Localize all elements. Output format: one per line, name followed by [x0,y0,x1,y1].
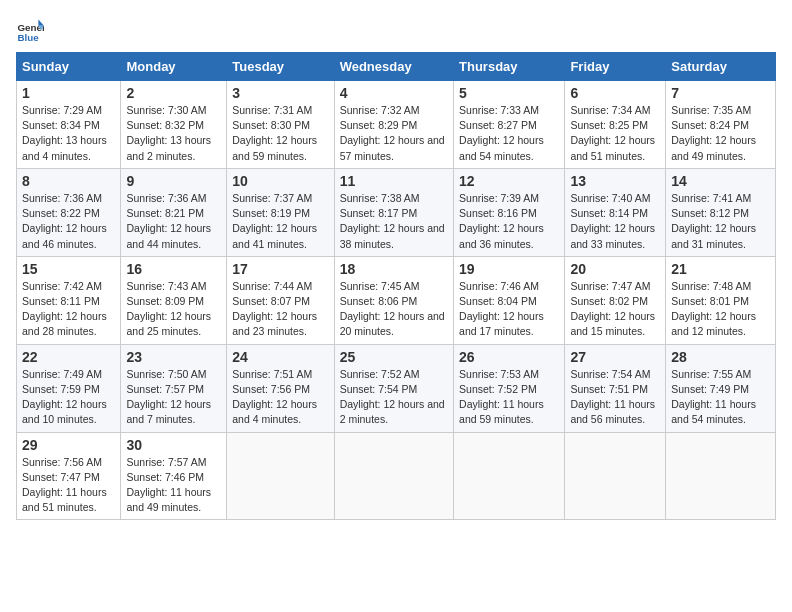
day-number: 13 [570,173,660,189]
day-number: 29 [22,437,115,453]
day-info: Sunrise: 7:51 AM Sunset: 7:56 PM Dayligh… [232,367,328,428]
day-info: Sunrise: 7:42 AM Sunset: 8:11 PM Dayligh… [22,279,115,340]
col-header-tuesday: Tuesday [227,53,334,81]
day-info: Sunrise: 7:52 AM Sunset: 7:54 PM Dayligh… [340,367,448,428]
day-info: Sunrise: 7:57 AM Sunset: 7:46 PM Dayligh… [126,455,221,516]
day-info: Sunrise: 7:56 AM Sunset: 7:47 PM Dayligh… [22,455,115,516]
day-info: Sunrise: 7:33 AM Sunset: 8:27 PM Dayligh… [459,103,559,164]
col-header-thursday: Thursday [454,53,565,81]
col-header-monday: Monday [121,53,227,81]
day-info: Sunrise: 7:35 AM Sunset: 8:24 PM Dayligh… [671,103,770,164]
calendar-cell: 27 Sunrise: 7:54 AM Sunset: 7:51 PM Dayl… [565,344,666,432]
day-info: Sunrise: 7:29 AM Sunset: 8:34 PM Dayligh… [22,103,115,164]
day-number: 5 [459,85,559,101]
day-number: 18 [340,261,448,277]
calendar-cell: 13 Sunrise: 7:40 AM Sunset: 8:14 PM Dayl… [565,168,666,256]
day-info: Sunrise: 7:44 AM Sunset: 8:07 PM Dayligh… [232,279,328,340]
calendar-cell: 8 Sunrise: 7:36 AM Sunset: 8:22 PM Dayli… [17,168,121,256]
day-number: 23 [126,349,221,365]
day-info: Sunrise: 7:39 AM Sunset: 8:16 PM Dayligh… [459,191,559,252]
day-number: 3 [232,85,328,101]
day-number: 30 [126,437,221,453]
calendar-row: 1 Sunrise: 7:29 AM Sunset: 8:34 PM Dayli… [17,81,776,169]
day-info: Sunrise: 7:55 AM Sunset: 7:49 PM Dayligh… [671,367,770,428]
calendar-cell: 12 Sunrise: 7:39 AM Sunset: 8:16 PM Dayl… [454,168,565,256]
day-number: 26 [459,349,559,365]
day-info: Sunrise: 7:47 AM Sunset: 8:02 PM Dayligh… [570,279,660,340]
day-number: 10 [232,173,328,189]
calendar-row: 15 Sunrise: 7:42 AM Sunset: 8:11 PM Dayl… [17,256,776,344]
day-number: 21 [671,261,770,277]
calendar-cell [565,432,666,520]
calendar-cell: 30 Sunrise: 7:57 AM Sunset: 7:46 PM Dayl… [121,432,227,520]
calendar-cell: 10 Sunrise: 7:37 AM Sunset: 8:19 PM Dayl… [227,168,334,256]
day-info: Sunrise: 7:30 AM Sunset: 8:32 PM Dayligh… [126,103,221,164]
logo-icon: General Blue [16,16,44,44]
calendar-cell: 2 Sunrise: 7:30 AM Sunset: 8:32 PM Dayli… [121,81,227,169]
day-number: 19 [459,261,559,277]
calendar-cell: 6 Sunrise: 7:34 AM Sunset: 8:25 PM Dayli… [565,81,666,169]
day-info: Sunrise: 7:46 AM Sunset: 8:04 PM Dayligh… [459,279,559,340]
calendar-cell: 18 Sunrise: 7:45 AM Sunset: 8:06 PM Dayl… [334,256,453,344]
day-info: Sunrise: 7:45 AM Sunset: 8:06 PM Dayligh… [340,279,448,340]
calendar-cell: 3 Sunrise: 7:31 AM Sunset: 8:30 PM Dayli… [227,81,334,169]
day-number: 14 [671,173,770,189]
day-info: Sunrise: 7:48 AM Sunset: 8:01 PM Dayligh… [671,279,770,340]
day-number: 6 [570,85,660,101]
calendar-cell: 24 Sunrise: 7:51 AM Sunset: 7:56 PM Dayl… [227,344,334,432]
day-number: 1 [22,85,115,101]
calendar-cell [666,432,776,520]
calendar-cell: 1 Sunrise: 7:29 AM Sunset: 8:34 PM Dayli… [17,81,121,169]
calendar-cell: 29 Sunrise: 7:56 AM Sunset: 7:47 PM Dayl… [17,432,121,520]
day-info: Sunrise: 7:53 AM Sunset: 7:52 PM Dayligh… [459,367,559,428]
col-header-friday: Friday [565,53,666,81]
day-number: 25 [340,349,448,365]
calendar-cell: 19 Sunrise: 7:46 AM Sunset: 8:04 PM Dayl… [454,256,565,344]
calendar-cell [334,432,453,520]
day-number: 11 [340,173,448,189]
day-info: Sunrise: 7:37 AM Sunset: 8:19 PM Dayligh… [232,191,328,252]
day-number: 9 [126,173,221,189]
calendar-cell: 4 Sunrise: 7:32 AM Sunset: 8:29 PM Dayli… [334,81,453,169]
svg-text:Blue: Blue [17,32,39,43]
day-info: Sunrise: 7:38 AM Sunset: 8:17 PM Dayligh… [340,191,448,252]
day-info: Sunrise: 7:49 AM Sunset: 7:59 PM Dayligh… [22,367,115,428]
day-info: Sunrise: 7:50 AM Sunset: 7:57 PM Dayligh… [126,367,221,428]
calendar-cell: 7 Sunrise: 7:35 AM Sunset: 8:24 PM Dayli… [666,81,776,169]
calendar-cell: 26 Sunrise: 7:53 AM Sunset: 7:52 PM Dayl… [454,344,565,432]
calendar-cell: 21 Sunrise: 7:48 AM Sunset: 8:01 PM Dayl… [666,256,776,344]
calendar-cell [227,432,334,520]
col-header-saturday: Saturday [666,53,776,81]
calendar-body: 1 Sunrise: 7:29 AM Sunset: 8:34 PM Dayli… [17,81,776,520]
calendar-cell: 9 Sunrise: 7:36 AM Sunset: 8:21 PM Dayli… [121,168,227,256]
day-number: 12 [459,173,559,189]
day-number: 2 [126,85,221,101]
col-header-sunday: Sunday [17,53,121,81]
day-info: Sunrise: 7:32 AM Sunset: 8:29 PM Dayligh… [340,103,448,164]
calendar-cell [454,432,565,520]
calendar-cell: 17 Sunrise: 7:44 AM Sunset: 8:07 PM Dayl… [227,256,334,344]
day-number: 24 [232,349,328,365]
day-info: Sunrise: 7:54 AM Sunset: 7:51 PM Dayligh… [570,367,660,428]
calendar-table: SundayMondayTuesdayWednesdayThursdayFrid… [16,52,776,520]
day-number: 28 [671,349,770,365]
page-header: General Blue [16,16,776,44]
calendar-cell: 16 Sunrise: 7:43 AM Sunset: 8:09 PM Dayl… [121,256,227,344]
day-number: 20 [570,261,660,277]
day-info: Sunrise: 7:40 AM Sunset: 8:14 PM Dayligh… [570,191,660,252]
col-header-wednesday: Wednesday [334,53,453,81]
day-number: 16 [126,261,221,277]
day-number: 7 [671,85,770,101]
day-info: Sunrise: 7:34 AM Sunset: 8:25 PM Dayligh… [570,103,660,164]
day-info: Sunrise: 7:41 AM Sunset: 8:12 PM Dayligh… [671,191,770,252]
calendar-cell: 20 Sunrise: 7:47 AM Sunset: 8:02 PM Dayl… [565,256,666,344]
calendar-header-row: SundayMondayTuesdayWednesdayThursdayFrid… [17,53,776,81]
day-number: 22 [22,349,115,365]
logo: General Blue [16,16,48,44]
day-number: 17 [232,261,328,277]
day-number: 8 [22,173,115,189]
calendar-cell: 23 Sunrise: 7:50 AM Sunset: 7:57 PM Dayl… [121,344,227,432]
day-number: 27 [570,349,660,365]
day-info: Sunrise: 7:36 AM Sunset: 8:22 PM Dayligh… [22,191,115,252]
day-number: 4 [340,85,448,101]
